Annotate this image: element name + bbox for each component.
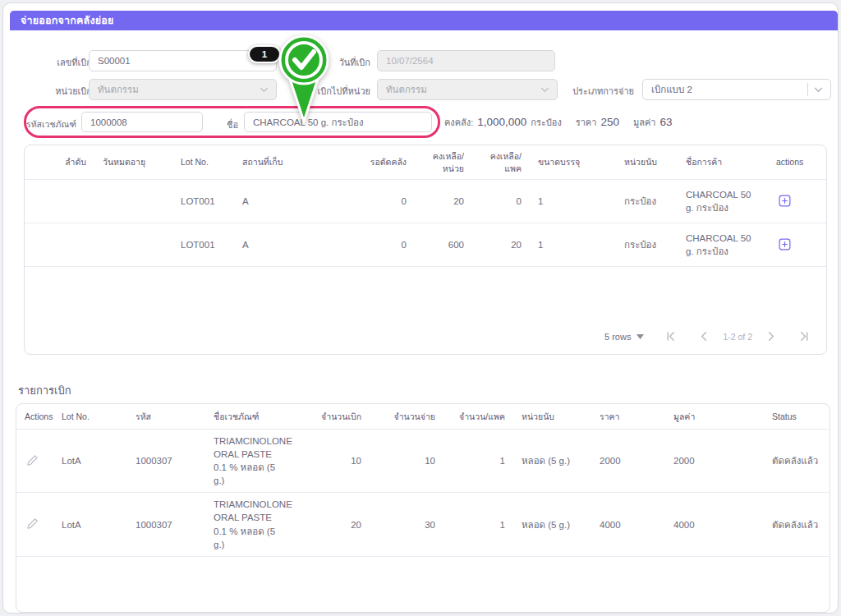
table-empty-space: [25, 267, 826, 322]
cell-expiry: [94, 240, 172, 250]
chevron-down-icon: [814, 87, 823, 93]
stock-summary: คงคลัง: 1,000,000 กระป๋อง ราคา 250 มูลค่…: [444, 115, 672, 130]
stock-onhand-value: 1,000,000: [477, 116, 526, 128]
col-code: รหัส: [127, 406, 205, 428]
col-value: มูลค่า: [665, 406, 764, 428]
items-table-header: Actions Lot No. รหัส ชื่อเวชภัณฑ์ จำนวนเ…: [16, 404, 830, 430]
table-empty-space: [16, 557, 830, 612]
stock-onhand-unit: กระป๋อง: [531, 115, 561, 130]
cell-trade-name: CHARCOAL 50 g. กระป๋อง: [678, 227, 768, 263]
cell-qty-requested: 20: [296, 513, 370, 536]
requisition-date-input: [377, 50, 555, 71]
green-check-pin-icon: [274, 33, 333, 125]
page-title: จ่ายออกจากคลังย่อย: [21, 12, 113, 29]
last-page-button[interactable]: [797, 329, 811, 343]
cell-location: A: [234, 190, 324, 213]
cell-expiry: [94, 196, 172, 206]
cell-remain-unit: 20: [415, 190, 472, 213]
price-label: ราคา: [576, 115, 597, 130]
items-table: Actions Lot No. รหัส ชื่อเวชภัณฑ์ จำนวนเ…: [16, 403, 830, 613]
first-page-button[interactable]: [664, 329, 678, 343]
plus-square-icon: [778, 194, 792, 208]
requisition-unit-select: ทันตกรรม: [89, 79, 277, 100]
col-count-unit: หน่วยนับ: [513, 406, 591, 428]
edit-item-button[interactable]: [25, 516, 40, 531]
lot-table-row: LOT001 A 0 600 20 1 กระป๋อง CHARCOAL 50 …: [25, 223, 826, 267]
page-range: 1-2 of 2: [723, 332, 752, 342]
stock-onhand: คงคลัง: 1,000,000 กระป๋อง: [444, 115, 562, 130]
items-table-row: LotA 1000307 TRIAMCINOLONE ORAL PASTE 0.…: [16, 493, 830, 556]
cell-pack-size: 1: [530, 190, 616, 213]
requisition-unit-label: หน่วยเบิก: [18, 84, 92, 99]
cell-qty-requested: 10: [296, 449, 370, 472]
cell-trade-name: CHARCOAL 50 g. กระป๋อง: [678, 183, 768, 219]
cell-qty-pack: 1: [443, 449, 513, 472]
dropdown-caret-icon: [636, 334, 644, 339]
cell-count-unit: หลอด (5 g.): [513, 449, 591, 472]
requisition-no-label: เลขที่เบิก: [18, 55, 92, 70]
cell-qty-dispensed: 30: [370, 513, 443, 536]
cell-count-unit: หลอด (5 g.): [513, 513, 591, 536]
cell-lot-no: LotA: [53, 449, 127, 472]
col-actions: Actions: [16, 406, 53, 428]
col-remain-pack: คงเหลือ/แพค: [472, 145, 530, 179]
col-pending-cut: รอตัดคลัง: [324, 151, 415, 173]
product-name-input[interactable]: [244, 112, 432, 132]
col-price: ราคา: [591, 406, 665, 428]
stock-onhand-label: คงคลัง:: [444, 115, 473, 130]
product-code-input[interactable]: [81, 112, 203, 132]
col-lot-no: Lot No.: [172, 151, 234, 173]
col-name: ชื่อเวชภัณฑ์: [205, 406, 296, 428]
cell-qty-dispensed: 10: [370, 449, 443, 472]
cell-value: 2000: [665, 449, 764, 472]
cell-pending-cut: 0: [324, 190, 415, 213]
prev-page-button[interactable]: [697, 329, 711, 343]
rows-per-page-value: 5 rows: [604, 332, 631, 342]
cell-name: TRIAMCINOLONE ORAL PASTE 0.1 % หลอด (5 g…: [205, 493, 296, 555]
dispense-type-select[interactable]: เบิกแบบ 2: [642, 79, 831, 100]
transfer-to-unit-value: ทันตกรรม: [386, 82, 427, 97]
edit-item-button[interactable]: [25, 453, 40, 468]
cell-qty-pack: 1: [443, 513, 513, 536]
cell-code: 1000307: [127, 449, 205, 472]
value-value: 63: [659, 116, 672, 128]
cell-name: TRIAMCINOLONE ORAL PASTE 0.1 % หลอด (5 g…: [205, 430, 296, 492]
page: จ่ายออกจากคลังย่อย เลขที่เบิก วันที่เบิก…: [0, 0, 841, 616]
cell-remain-pack: 0: [472, 190, 530, 213]
col-expiry: วันหมดอายุ: [94, 151, 172, 173]
product-code-label: รหัสเวชภัณฑ์: [26, 117, 80, 131]
add-lot-button[interactable]: [776, 236, 793, 253]
chevron-down-icon: [260, 87, 269, 93]
cell-price: 4000: [591, 513, 665, 536]
col-order: ลำดับ: [25, 151, 94, 173]
plus-square-icon: [778, 237, 792, 251]
first-page-icon: [665, 331, 676, 342]
transfer-to-unit-select: ทันตกรรม: [377, 79, 558, 100]
cell-count-unit: กระป๋อง: [616, 233, 678, 256]
cell-value: 4000: [665, 513, 764, 536]
lot-table: ลำดับ วันหมดอายุ Lot No. สถานที่เก็บ รอต…: [24, 145, 827, 355]
pagination: 5 rows 1-2 of 2: [25, 322, 826, 354]
value-label: มูลค่า: [633, 115, 656, 130]
price-value: 250: [600, 116, 619, 128]
rows-per-page-select[interactable]: 5 rows: [604, 332, 644, 342]
requisition-unit-value: ทันตกรรม: [98, 82, 139, 97]
cell-lot-no: LOT001: [172, 233, 234, 256]
cell-order: [25, 196, 94, 206]
lot-table-header: ลำดับ วันหมดอายุ Lot No. สถานที่เก็บ รอต…: [25, 145, 826, 180]
page-title-bar: จ่ายออกจากคลังย่อย: [10, 11, 838, 30]
cell-pack-size: 1: [530, 233, 616, 256]
pagination-nav: 1-2 of 2: [664, 329, 811, 343]
next-page-button[interactable]: [764, 329, 778, 343]
dispense-type-label: ประเภทการจ่าย: [562, 84, 634, 99]
cell-code: 1000307: [127, 513, 205, 536]
dispense-type-value: เบิกแบบ 2: [651, 82, 692, 97]
col-remain-unit: คงเหลือ/หน่วย: [415, 145, 472, 179]
add-lot-button[interactable]: [776, 192, 793, 209]
chevron-left-icon: [699, 331, 710, 342]
cell-remain-unit: 600: [415, 233, 472, 256]
col-lot-no: Lot No.: [53, 406, 127, 428]
price-summary: ราคา 250: [576, 115, 619, 130]
cell-status: ตัดคลังแล้ว: [764, 513, 830, 536]
cell-status: ตัดคลังแล้ว: [764, 449, 830, 472]
